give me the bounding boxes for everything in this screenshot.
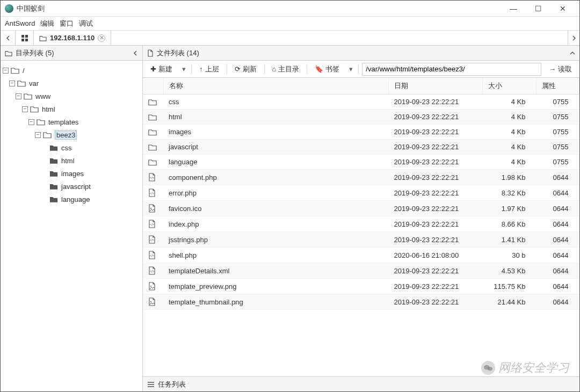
row-size: 4 Kb [483, 95, 536, 110]
row-name: template_preview.png [163, 279, 389, 294]
table-row[interactable]: </>jsstrings.php2019-09-23 22:22:211.41 … [143, 232, 579, 248]
tree-node[interactable]: −/ [3, 64, 140, 77]
bookmark-button[interactable]: 🔖 书签 [310, 63, 344, 76]
tree-toggle-icon[interactable]: − [28, 119, 34, 125]
new-dropdown[interactable]: ▾ [180, 65, 188, 73]
svg-text:</>: </> [150, 223, 155, 226]
col-size-header[interactable]: 大小 [483, 78, 536, 95]
menu-edit[interactable]: 编辑 [40, 19, 54, 28]
row-icon: </> [143, 248, 163, 263]
read-button[interactable]: → 读取 [545, 63, 576, 76]
row-date: 2019-09-23 22:22:21 [389, 263, 483, 279]
folder-dark-icon [49, 195, 58, 203]
table-row[interactable]: </>component.php2019-09-23 22:22:211.98 … [143, 170, 579, 185]
row-name: index.php [163, 216, 389, 232]
col-icon-header[interactable] [143, 78, 163, 95]
table-row[interactable]: language2019-09-23 22:22:214 Kb0755 [143, 155, 579, 170]
file-table-wrap[interactable]: 名称 日期 大小 属性 css2019-09-23 22:22:214 Kb07… [143, 78, 579, 376]
svg-point-6 [150, 208, 151, 209]
file-icon [147, 49, 154, 57]
tab-host[interactable]: 192.168.1.110 ✕ [34, 31, 111, 45]
tree-node[interactable]: html [3, 154, 140, 167]
row-size: 4 Kb [483, 125, 536, 140]
folder-open-icon [24, 92, 32, 100]
table-row[interactable]: javascript2019-09-23 22:22:214 Kb0755 [143, 140, 579, 155]
tree-node[interactable]: language [3, 193, 140, 206]
home-button[interactable]: ⌂ 主目录 [268, 63, 304, 76]
row-size: 21.44 Kb [483, 294, 536, 310]
close-button[interactable]: ✕ [550, 1, 575, 17]
tree-node[interactable]: −templates [3, 115, 140, 128]
sidebar: 目录列表 (5) −/−var−www−html−templates−beez3… [1, 46, 143, 391]
menu-antsword[interactable]: AntSword [5, 19, 35, 27]
row-icon [143, 279, 163, 294]
menu-window[interactable]: 窗口 [60, 19, 74, 28]
col-name-header[interactable]: 名称 [163, 78, 389, 95]
tree-node[interactable]: −www [3, 90, 140, 103]
tree-toggle-icon[interactable]: − [16, 93, 21, 99]
tree-label: var [29, 79, 39, 88]
refresh-button[interactable]: ⟳ 刷新 [230, 63, 261, 76]
sidebar-title-bar: 目录列表 (5) [1, 46, 142, 61]
home-label: 主目录 [278, 64, 299, 74]
tree-toggle-icon[interactable]: − [35, 132, 41, 138]
tree-node[interactable]: images [3, 167, 140, 180]
tree-node[interactable]: −beez3 [3, 128, 140, 141]
window-title: 中国蚁剑 [17, 4, 501, 13]
table-row[interactable]: favicon.ico2019-09-23 22:22:211.97 Kb064… [143, 201, 579, 216]
table-row[interactable]: </>shell.php2020-06-16 21:08:0030 b0644 [143, 248, 579, 263]
new-button[interactable]: ✚ 新建 [146, 63, 177, 76]
tasks-panel[interactable]: 任务列表 [143, 376, 579, 391]
row-name: favicon.ico [163, 201, 389, 216]
menu-debug[interactable]: 调试 [79, 19, 93, 28]
row-icon: </> [143, 170, 163, 185]
refresh-icon: ⟳ [235, 65, 241, 73]
tree-node[interactable]: −var [3, 77, 140, 90]
tab-close-icon[interactable]: ✕ [98, 34, 105, 42]
tree-node[interactable]: css [3, 141, 140, 154]
sidebar-collapse[interactable] [133, 50, 138, 56]
tab-nav-left[interactable] [1, 31, 16, 45]
tab-nav-right[interactable] [568, 31, 579, 45]
table-row[interactable]: template_thumbnail.png2019-09-23 22:22:2… [143, 294, 579, 310]
table-row[interactable]: </>templateDetails.xml2019-09-23 22:22:2… [143, 263, 579, 279]
svg-rect-1 [25, 35, 28, 38]
bookmark-dropdown[interactable]: ▾ [347, 65, 355, 73]
col-attr-header[interactable]: 属性 [536, 78, 579, 95]
table-row[interactable]: </>index.php2019-09-23 22:22:218.66 Kb06… [143, 216, 579, 232]
svg-text:</>: </> [150, 270, 155, 273]
up-button[interactable]: ↑ 上层 [195, 63, 223, 76]
list-icon [147, 381, 155, 388]
tree-node[interactable]: −html [3, 103, 140, 115]
tree-node[interactable]: javascript [3, 180, 140, 193]
path-input[interactable] [362, 63, 541, 76]
table-row[interactable]: images2019-09-23 22:22:214 Kb0755 [143, 125, 579, 140]
row-attr: 0644 [536, 279, 579, 294]
directory-tree[interactable]: −/−var−www−html−templates−beez3csshtmlim… [1, 61, 142, 391]
row-icon [143, 125, 163, 140]
filelist-collapse[interactable] [570, 50, 575, 56]
grid-icon [21, 34, 28, 42]
maximize-button[interactable]: ☐ [526, 1, 550, 17]
minimize-button[interactable]: ― [501, 1, 526, 17]
read-label: 读取 [558, 64, 572, 74]
tree-label: templates [48, 118, 78, 126]
row-icon: </> [143, 263, 163, 279]
row-name: template_thumbnail.png [163, 294, 389, 310]
row-attr: 0755 [536, 140, 579, 155]
tree-toggle-icon[interactable]: − [9, 81, 15, 86]
file-toolbar: ✚ 新建 ▾ ↑ 上层 ⟳ 刷新 ⌂ 主目录 🔖 书签 [143, 61, 579, 78]
row-size: 1.97 Kb [483, 201, 536, 216]
table-row[interactable]: </>error.php2019-09-23 22:22:218.32 Kb06… [143, 185, 579, 201]
row-name: css [163, 95, 389, 110]
table-row[interactable]: css2019-09-23 22:22:214 Kb0755 [143, 95, 579, 110]
tab-home[interactable] [16, 31, 34, 45]
tree-label: html [42, 105, 55, 113]
col-date-header[interactable]: 日期 [389, 78, 483, 95]
table-row[interactable]: template_preview.png2019-09-23 22:22:211… [143, 279, 579, 294]
row-attr: 0644 [536, 294, 579, 310]
folder-open-icon [37, 118, 45, 126]
tree-toggle-icon[interactable]: − [3, 68, 9, 74]
tree-toggle-icon[interactable]: − [22, 106, 28, 112]
table-row[interactable]: html2019-09-23 22:22:214 Kb0755 [143, 110, 579, 125]
